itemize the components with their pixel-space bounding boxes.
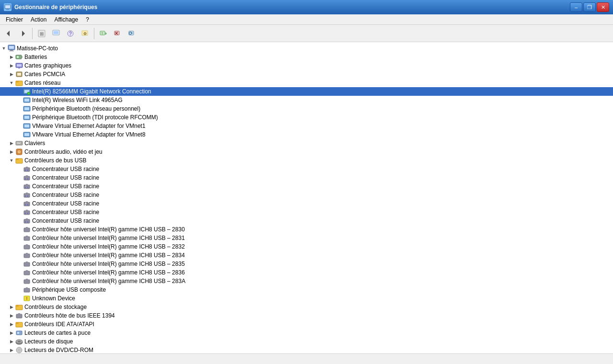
ctrl-stockage-expander[interactable]: ▶: [8, 303, 15, 311]
tree-usb-hub-6[interactable]: ▶ Concentrateur USB racine: [0, 208, 613, 216]
svg-rect-26: [17, 56, 19, 58]
toolbar-btn-remove[interactable]: ✕: [111, 27, 125, 40]
tree-bt-reseau[interactable]: ▶ Périphérique Bluetooth (réseau personn…: [0, 104, 613, 113]
tree-ctrl-ieee1394[interactable]: ▶ Contrôleurs hôte de bus IEEE 1394: [0, 311, 613, 320]
tree-usb-hub-4[interactable]: ▶ Concentrateur USB racine: [0, 191, 613, 199]
cartes-reseau-expander[interactable]: ▼: [8, 79, 15, 87]
wifi-card-icon: [23, 96, 31, 104]
tree-ctrl-ide[interactable]: ▶ Contrôleurs IDE ATA/ATAPI: [0, 320, 613, 329]
svg-rect-83: [25, 221, 26, 223]
usb-hub-icon: [23, 165, 31, 173]
cartes-graphiques-expander[interactable]: ▶: [8, 62, 15, 69]
tree-cartes-graphiques[interactable]: ▶ Cartes graphiques: [0, 61, 613, 70]
usb-hub-2-label: Concentrateur USB racine: [32, 174, 99, 181]
usb-hub-5-icon: [23, 200, 31, 207]
maximize-button[interactable]: ❐: [583, 2, 596, 12]
tree-root[interactable]: ▼ Matisse-PC-toto: [0, 44, 613, 53]
tree-usb-hub-1[interactable]: ▶ Concentrateur USB racine: [0, 165, 613, 173]
tree-usb-ich8-2835[interactable]: ▶ Contrôleur hôte universel Intel(R) gam…: [0, 260, 613, 268]
svg-rect-69: [24, 193, 30, 197]
svg-point-113: [18, 341, 21, 342]
lecteurs-dvd-expander[interactable]: ▶: [8, 346, 15, 353]
tree-vmware-vmnet1[interactable]: ▶ VMware Virtual Ethernet Adapter for VM…: [0, 122, 613, 130]
svg-marker-14: [105, 32, 107, 35]
window-title: Gestionnaire de périphériques: [14, 4, 97, 11]
cartes-reseau-label: Cartes réseau: [24, 80, 60, 86]
tree-unknown-device[interactable]: ▶ ! Unknown Device: [0, 294, 613, 303]
tree-ctrl-usb[interactable]: ▼ Contrôleurs de bus USB: [0, 156, 613, 165]
svg-rect-75: [25, 204, 26, 205]
menu-affichage[interactable]: Affichage: [50, 15, 82, 24]
tree-intel-wifi[interactable]: ▶ Intel(R) Wireless WiFi Link 4965AG: [0, 96, 613, 104]
svg-rect-56: [16, 159, 19, 160]
forward-button[interactable]: [16, 27, 30, 40]
tree-usb-ich8-2834[interactable]: ▶ Contrôleur hôte universel Intel(R) gam…: [0, 251, 613, 260]
usb-ctrl-icon-1: [23, 226, 31, 233]
tree-usb-hub-2[interactable]: ▶ Concentrateur USB racine: [0, 173, 613, 182]
tree-ctrl-stockage[interactable]: ▶ Contrôleurs de stockage: [0, 303, 613, 311]
tree-usb-ich8-2831[interactable]: ▶ Contrôleur hôte universel Intel(R) gam…: [0, 234, 613, 242]
toolbar-btn-scan[interactable]: ⟳: [125, 27, 139, 40]
tree-vmware-vmnet8[interactable]: ▶ VMware Virtual Ethernet Adapter for VM…: [0, 130, 613, 139]
tree-intel-82566mm[interactable]: ▶ Intel(R) 82566MM Gigabit Network Conne…: [0, 87, 613, 96]
ctrl-audio-expander[interactable]: ▶: [8, 148, 15, 156]
tree-lecteurs-disque[interactable]: ▶ Lecteurs de disque: [0, 337, 613, 346]
ctrl-ide-expander[interactable]: ▶: [8, 320, 15, 328]
storage-icon: [15, 303, 23, 311]
claviers-expander[interactable]: ▶: [8, 139, 15, 147]
tree-ctrl-audio[interactable]: ▶ Contrôleurs audio, vidéo et jeu: [0, 148, 613, 156]
lecteurs-puce-expander[interactable]: ▶: [8, 329, 15, 337]
menu-fichier[interactable]: Fichier: [2, 15, 27, 24]
vmware-vmnet8-label: VMware Virtual Ethernet Adapter for VMne…: [32, 131, 146, 138]
tree-usb-ich8-2832[interactable]: ▶ Contrôleur hôte universel Intel(R) gam…: [0, 242, 613, 251]
svg-rect-33: [16, 81, 19, 82]
menu-aide[interactable]: ?: [82, 15, 93, 24]
svg-rect-59: [25, 170, 26, 171]
svg-rect-1: [5, 5, 10, 8]
tree-usb-hub-5[interactable]: ▶ Concentrateur USB racine: [0, 199, 613, 208]
svg-rect-108: [16, 322, 19, 324]
svg-marker-4: [22, 31, 25, 36]
batteries-expander[interactable]: ▶: [8, 53, 15, 61]
tree-usb-composite[interactable]: ▶ Périphérique USB composite: [0, 285, 613, 294]
tree-batteries[interactable]: ▶ Batteries: [0, 53, 613, 61]
svg-rect-28: [17, 64, 22, 67]
toolbar-btn-6[interactable]: ⚙: [78, 27, 91, 40]
tree-claviers[interactable]: ▶ Claviers: [0, 139, 613, 148]
device-tree[interactable]: ▼ Matisse-PC-toto ▶: [0, 42, 613, 353]
usb-hub-4-label: Concentrateur USB racine: [32, 192, 99, 198]
tree-bt-rfcomm[interactable]: ▶ Périphérique Bluetooth (TDI protocole …: [0, 113, 613, 122]
menu-bar: Fichier Action Affichage ?: [0, 14, 613, 25]
close-button[interactable]: ✕: [597, 2, 609, 12]
tree-usb-ich8-283a[interactable]: ▶ Contrôleur hôte universel Intel(R) gam…: [0, 277, 613, 285]
svg-rect-105: [16, 314, 22, 318]
usb-hub-5-label: Concentrateur USB racine: [32, 200, 99, 207]
menu-action[interactable]: Action: [27, 15, 50, 24]
tree-usb-hub-7[interactable]: ▶ Concentrateur USB racine: [0, 216, 613, 225]
toolbar-btn-4[interactable]: [49, 27, 63, 40]
unknown-device-icon: !: [23, 295, 31, 302]
cartes-pcmcia-expander[interactable]: ▶: [8, 70, 15, 78]
root-expander[interactable]: ▼: [0, 45, 8, 52]
ctrl-usb-expander[interactable]: ▼: [8, 157, 15, 164]
svg-text:?: ?: [69, 31, 72, 36]
svg-rect-64: [27, 178, 28, 180]
tree-cartes-reseau[interactable]: ▼ Cartes réseau: [0, 79, 613, 87]
back-button[interactable]: [2, 27, 15, 40]
svg-rect-42: [24, 116, 29, 119]
toolbar-btn-3[interactable]: ⊞: [35, 27, 48, 40]
minimize-button[interactable]: –: [570, 2, 582, 12]
svg-rect-79: [25, 213, 26, 214]
tree-usb-hub-3[interactable]: ▶ Concentrateur USB racine: [0, 182, 613, 191]
toolbar-btn-5[interactable]: ?: [64, 27, 77, 40]
tree-cartes-pcmcia[interactable]: ▶ Cartes PCMCIA: [0, 70, 613, 79]
svg-rect-50: [20, 142, 21, 143]
tree-usb-ich8-2830[interactable]: ▶ Contrôleur hôte universel Intel(R) gam…: [0, 225, 613, 234]
ctrl-ieee1394-expander[interactable]: ▶: [8, 312, 15, 319]
toolbar-btn-update[interactable]: ↑: [97, 27, 110, 40]
tree-usb-ich8-2836[interactable]: ▶ Contrôleur hôte universel Intel(R) gam…: [0, 268, 613, 277]
tree-lecteurs-dvd[interactable]: ▶ Lecteurs de DVD/CD-ROM: [0, 346, 613, 353]
lecteurs-disque-expander[interactable]: ▶: [8, 338, 15, 345]
tree-lecteurs-puce[interactable]: ▶ Lecteurs de cartes à puce: [0, 329, 613, 337]
svg-rect-25: [22, 56, 23, 58]
